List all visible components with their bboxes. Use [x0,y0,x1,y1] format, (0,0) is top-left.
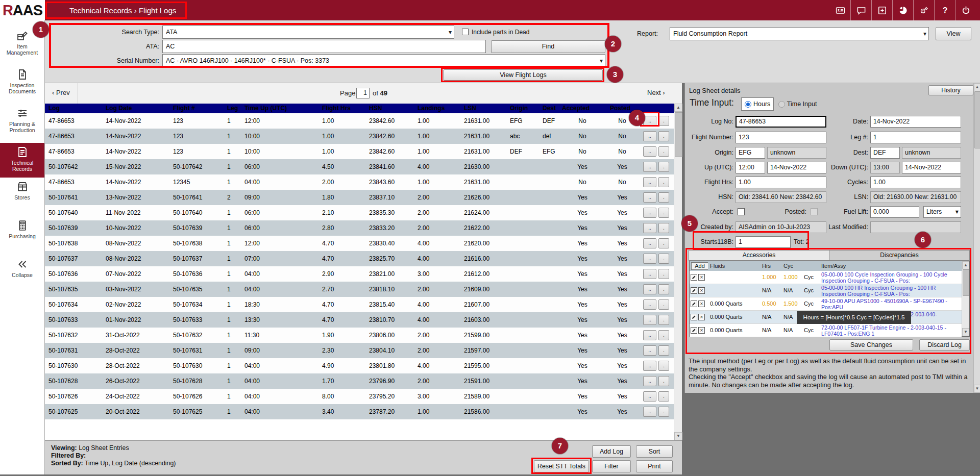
row-more-button[interactable]: . [658,146,669,157]
discard-log-button[interactable]: Discard Log [919,339,970,350]
row-more-button[interactable]: . [658,299,669,310]
column-header-landings[interactable]: Landings [414,104,460,113]
row-more-button[interactable]: . [658,162,669,172]
table-row[interactable]: 50-10763128-Oct-202250-107631109:002.302… [45,343,674,358]
delete-icon[interactable]: × [698,314,705,320]
sidebar-item-purchasing[interactable]: Purchasing [0,216,44,255]
scrollbar-thumb[interactable] [675,112,682,157]
row-details-button[interactable]: .. [643,330,656,340]
edit-icon[interactable] [691,314,697,320]
add-log-button[interactable]: Add Log [592,445,631,458]
edit-icon[interactable] [691,300,697,307]
column-header-dest[interactable]: Dest [539,104,558,113]
tab-accessories[interactable]: Accessories [689,250,829,261]
print-button[interactable]: Print [636,460,673,472]
up-time-input[interactable]: 12:00 [736,162,765,173]
sidebar-item-stores[interactable]: Stores [0,178,44,216]
row-details-button[interactable]: .. [643,361,656,371]
report-select[interactable]: Fluid Consumption Report▾ [670,27,929,40]
row-details-button[interactable]: .. [643,269,656,279]
table-row[interactable]: 50-10763301-Nov-202250-107633113:304.702… [45,312,674,328]
row-more-button[interactable]: . [658,330,669,340]
scroll-up-icon[interactable]: ▲ [974,83,980,91]
sidebar-item-collapse[interactable]: Collapse [0,255,44,294]
column-header-time-up-utc-[interactable]: Time Up (UTC) [241,104,318,113]
search-type-select[interactable]: ATA▾ [162,26,454,39]
id-card-icon[interactable] [830,0,850,20]
next-page-button[interactable]: Next › [647,89,665,96]
column-header-lsn[interactable]: LSN [460,104,506,113]
accessory-row[interactable]: ×0.000 QuartsN/AN/ACyc72-00-00 LF507-1F … [690,324,962,337]
column-header-origin[interactable]: Origin [506,104,539,113]
include-parts-checkbox[interactable] [462,29,469,35]
row-more-button[interactable]: . [658,407,669,417]
leg-input[interactable]: 1 [870,132,961,143]
panel-scrollbar[interactable]: ▲ ▼ [973,83,980,393]
column-header-accepted[interactable]: Accepted [558,104,606,113]
row-details-button[interactable]: .. [643,391,656,402]
row-details-button[interactable]: .. [643,116,656,126]
scroll-down-icon[interactable]: ▼ [974,385,980,393]
column-header-log-date[interactable]: Log Date [102,104,169,113]
report-view-button[interactable]: View [936,27,971,40]
flight-hrs-input[interactable]: 1.00 [736,177,826,188]
table-row[interactable]: 50-10763503-Nov-202250-107635104:002.702… [45,282,674,297]
statistics-pie-icon[interactable] [892,0,913,20]
scroll-up-icon[interactable]: ▲ [962,261,969,269]
edit-icon[interactable] [691,287,697,294]
fuel-lift-input[interactable]: 0.000 [870,206,919,218]
scrollbar-thumb[interactable] [963,269,969,296]
row-details-button[interactable]: .. [643,223,656,233]
scroll-up-icon[interactable]: ▲ [674,104,682,112]
item-assy-link[interactable]: 49-10-00 APU APS1000 - 4501690A - SP-E96… [819,297,962,311]
table-row[interactable]: 50-10764215-Nov-202250-107642106:004.502… [45,159,674,174]
column-header-leg[interactable]: Leg [224,104,241,113]
messages-icon[interactable] [850,0,871,20]
log-no-input[interactable]: 47-86653 [736,116,826,128]
page-number-input[interactable]: 1 [356,88,370,98]
filter-button[interactable]: Filter [592,460,631,472]
row-more-button[interactable]: . [658,376,669,386]
row-details-button[interactable]: .. [643,162,656,172]
row-details-button[interactable]: .. [643,146,656,157]
row-more-button[interactable]: . [658,254,669,264]
up-date-input[interactable]: 14-Nov-2022 [767,162,826,173]
table-row[interactable]: 47-8665314-Nov-202212345104:002.0023843.… [45,174,674,190]
row-more-button[interactable]: . [658,361,669,371]
edit-icon[interactable] [691,327,697,334]
table-row[interactable]: 50-10763910-Nov-202250-107639106:002.802… [45,220,674,236]
fuel-unit-select[interactable]: Liters▾ [923,206,961,218]
sidebar-item-planning-production[interactable]: Planning & Production [0,104,44,143]
scroll-down-icon[interactable]: ▼ [962,328,969,336]
sidebar-item-inspection-documents[interactable]: Inspection Documents [0,65,44,104]
view-flight-logs-button[interactable]: View Flight Logs [444,69,603,81]
row-details-button[interactable]: .. [643,192,656,203]
table-row[interactable]: 50-10763607-Nov-202250-107636104:002.902… [45,266,674,282]
radio-time-input[interactable]: Time Input [778,101,817,108]
add-window-icon[interactable] [871,0,892,20]
row-details-button[interactable]: .. [643,238,656,248]
delete-icon[interactable]: × [698,287,705,294]
dest-input[interactable]: DEF [870,147,900,159]
row-more-button[interactable]: . [658,315,669,325]
table-row[interactable]: 50-10763231-Oct-202250-107632111:301.902… [45,328,674,343]
delete-icon[interactable]: × [698,327,705,334]
accept-checkbox[interactable] [738,208,745,215]
table-row[interactable]: 50-10763028-Oct-202250-107630104:004.902… [45,358,674,373]
delete-icon[interactable]: × [698,300,705,307]
flight-number-input[interactable]: 123 [736,132,826,143]
item-assy-link[interactable]: 72-00-00 LF507-1F Turbine Engine - 2-003… [819,324,962,337]
radio-hours[interactable]: Hours [741,97,774,111]
row-more-button[interactable]: . [658,131,669,141]
row-details-button[interactable]: .. [643,345,656,356]
starts118b-input[interactable]: 1 [736,236,791,248]
table-row[interactable]: 50-10763402-Nov-202250-107634118:304.702… [45,297,674,312]
accessories-scrollbar[interactable]: ▲ ▼ [962,261,969,336]
ata-input[interactable]: AC [162,40,486,53]
table-row[interactable]: 50-10764011-Nov-202250-107640106:002.102… [45,205,674,220]
row-more-button[interactable]: . [658,284,669,294]
row-details-button[interactable]: .. [643,315,656,325]
column-header-flight-hrs[interactable]: Flight Hrs [318,104,365,113]
table-row[interactable]: 47-8665314-Nov-2022123112:001.0023842.60… [45,113,674,129]
row-details-button[interactable]: .. [643,254,656,264]
